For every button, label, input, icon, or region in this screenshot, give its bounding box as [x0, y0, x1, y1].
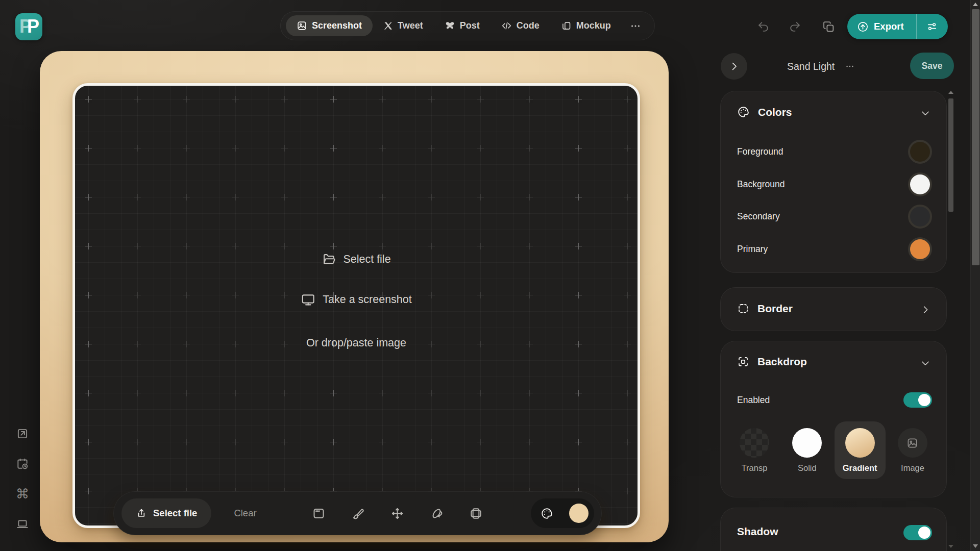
preset-menu-button[interactable] [845, 61, 855, 71]
backdrop-option-transparent[interactable]: Transp [729, 421, 780, 479]
tab-post[interactable]: Post [434, 15, 491, 36]
panel-scrollbar[interactable] [948, 90, 953, 551]
window-scrollbar-thumb[interactable] [972, 9, 979, 265]
collapse-panel-button[interactable] [721, 53, 747, 80]
color-row-foreground: Foreground [737, 140, 932, 163]
copy-icon [822, 20, 835, 33]
color-label: Primary [737, 244, 768, 255]
preset-name: Sand Light [787, 61, 835, 72]
clear-label: Clear [234, 508, 256, 518]
backdrop-enabled-toggle[interactable] [903, 392, 932, 408]
tab-mockup[interactable]: Mockup [550, 15, 622, 36]
monitor-icon [301, 292, 315, 307]
border-card[interactable]: Border [720, 287, 947, 331]
command-icon[interactable]: ⌘ [15, 487, 30, 501]
rotate-3d-icon[interactable] [430, 507, 444, 520]
export-icon [857, 21, 869, 33]
app-logo[interactable]: PP [15, 13, 42, 40]
backdrop-option-solid[interactable]: Solid [781, 421, 832, 479]
left-rail: ⌘ [15, 427, 30, 531]
code-icon [501, 20, 512, 31]
redo-button[interactable] [784, 16, 805, 37]
colors-card: Colors Foreground Background Secondary P… [720, 91, 947, 273]
ellipsis-icon [630, 20, 641, 32]
select-file-button[interactable]: Select file [121, 498, 211, 528]
save-button[interactable]: Save [910, 53, 954, 79]
undo-button[interactable] [752, 16, 774, 37]
color-row-primary: Primary [737, 237, 932, 261]
image-icon [297, 20, 307, 31]
schedule-icon[interactable] [15, 457, 30, 471]
canvas-take-screenshot[interactable]: Take a screenshot [301, 292, 412, 307]
backdrop-header[interactable]: Backdrop [737, 356, 807, 368]
more-tabs-button[interactable] [622, 20, 649, 32]
shadow-header[interactable]: Shadow [737, 525, 778, 538]
sliders-icon [926, 21, 938, 32]
current-theme-swatch [569, 504, 589, 523]
tab-label: Screenshot [312, 20, 362, 31]
shadow-title: Shadow [737, 525, 778, 538]
shadow-toggle[interactable] [903, 525, 932, 540]
panel-scrollbar-thumb[interactable] [948, 98, 953, 212]
scroll-up-arrow-icon[interactable] [973, 3, 978, 6]
move-icon[interactable] [390, 507, 404, 520]
save-label: Save [922, 61, 943, 71]
backdrop-option-image[interactable]: Image [887, 421, 938, 479]
colors-title: Colors [758, 106, 792, 118]
border-title: Border [757, 303, 793, 315]
tab-label: Tweet [398, 20, 423, 31]
chevron-down-icon[interactable] [920, 358, 931, 369]
secondary-swatch[interactable] [908, 205, 932, 229]
chevron-down-icon[interactable] [920, 108, 931, 119]
bottom-toolbar: Select file Clear [113, 491, 602, 535]
app-logo-letter: PP [19, 16, 38, 37]
undo-icon [757, 20, 770, 33]
scroll-up-arrow-icon[interactable] [948, 91, 953, 94]
color-label: Secondary [737, 211, 780, 222]
backdrop-type-options: Transp Solid Gradient Image [729, 421, 938, 479]
export-split-button: Export [847, 14, 948, 39]
canvas-select-file[interactable]: Select file [322, 252, 390, 266]
clear-button[interactable]: Clear [234, 508, 256, 519]
export-button[interactable]: Export [847, 14, 916, 39]
toggle-knob [918, 527, 930, 539]
shadow-card: Shadow [720, 508, 947, 551]
colors-header[interactable]: Colors [737, 106, 792, 118]
butterfly-icon [445, 20, 455, 31]
backdrop-scan-icon [737, 356, 749, 368]
palette-icon [737, 106, 750, 118]
frame-icon[interactable] [469, 507, 483, 520]
scroll-down-arrow-icon[interactable] [948, 545, 953, 548]
upload-icon [136, 508, 147, 519]
canvas-backdrop[interactable]: Select file Take a screenshot Or drop/pa… [40, 51, 669, 542]
color-row-background: Background [737, 172, 932, 196]
primary-swatch[interactable] [908, 237, 932, 261]
tab-label: Post [460, 20, 480, 31]
foreground-swatch[interactable] [908, 140, 932, 164]
x-icon [383, 21, 393, 31]
share-window-icon[interactable] [15, 427, 30, 441]
canvas-select-file-label: Select file [343, 253, 390, 266]
brush-icon[interactable] [351, 507, 365, 520]
folder-icon [322, 252, 336, 266]
preset-header: Sand Light [787, 53, 855, 80]
toolbar-icons [312, 507, 483, 520]
scroll-down-arrow-icon[interactable] [973, 544, 978, 548]
image-swatch [898, 428, 927, 458]
transparent-swatch [740, 428, 769, 458]
browser-window-icon[interactable] [312, 507, 326, 520]
tab-screenshot[interactable]: Screenshot [286, 15, 373, 36]
backdrop-option-gradient[interactable]: Gradient [835, 421, 886, 479]
tab-code[interactable]: Code [491, 15, 550, 36]
theme-picker-button[interactable] [531, 498, 594, 528]
border-header: Border [737, 303, 793, 315]
export-options-button[interactable] [916, 14, 948, 39]
background-swatch[interactable] [908, 172, 932, 196]
tab-tweet[interactable]: Tweet [373, 15, 434, 36]
window-scrollbar[interactable] [970, 0, 980, 551]
color-label: Foreground [737, 146, 783, 157]
laptop-icon[interactable] [15, 517, 30, 531]
chevron-right-icon[interactable] [920, 304, 931, 315]
copy-button[interactable] [818, 16, 839, 37]
mode-tabbar: Screenshot Tweet Post Code Mockup [280, 11, 655, 40]
